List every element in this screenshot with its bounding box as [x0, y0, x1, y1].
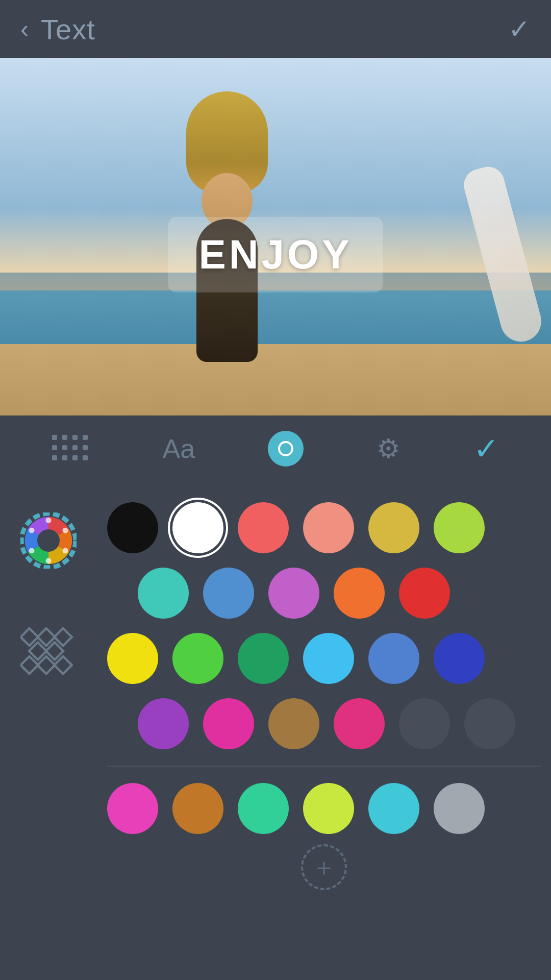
- color-swatch-red[interactable]: [399, 568, 450, 619]
- page-title: Text: [41, 13, 95, 46]
- color-grid: [107, 502, 541, 834]
- text-overlay-box[interactable]: ENJOY: [168, 217, 383, 292]
- back-icon[interactable]: ‹: [20, 17, 29, 41]
- color-swatch-deep-pink[interactable]: [334, 698, 385, 749]
- color-swatch-mint[interactable]: [238, 783, 289, 834]
- keyboard-button[interactable]: [52, 435, 90, 462]
- color-swatch-salmon[interactable]: [303, 502, 354, 553]
- color-row-1: [107, 502, 541, 553]
- color-swatch-sky[interactable]: [303, 633, 354, 684]
- color-swatch-teal[interactable]: [138, 568, 189, 619]
- confirm-button[interactable]: ✓: [473, 431, 499, 467]
- color-button[interactable]: [268, 431, 304, 467]
- color-row-3: [107, 633, 541, 684]
- gear-icon: ⚙: [377, 433, 400, 464]
- color-swatch-light-cyan[interactable]: [368, 783, 419, 834]
- color-swatch-lime[interactable]: [434, 502, 485, 553]
- color-swatch-orange[interactable]: [334, 568, 385, 619]
- color-swatch-orange-brown[interactable]: [172, 783, 223, 834]
- keyboard-icon: [52, 435, 90, 462]
- color-swatch-magenta[interactable]: [268, 568, 319, 619]
- color-circle-icon: [268, 431, 304, 467]
- overlay-text: ENJOY: [198, 232, 352, 277]
- color-swatch-yellow-green[interactable]: [303, 783, 354, 834]
- color-swatch-placeholder-1: [399, 698, 450, 749]
- color-row-5: [107, 783, 541, 834]
- color-wheel-icon[interactable]: [20, 512, 77, 569]
- svg-point-2: [46, 518, 52, 523]
- header-confirm-icon[interactable]: ✓: [508, 14, 531, 44]
- svg-point-3: [63, 528, 68, 533]
- color-row-2: [107, 568, 541, 619]
- svg-point-6: [29, 548, 35, 553]
- color-swatch-cornflower[interactable]: [203, 568, 254, 619]
- color-row-4: [107, 698, 541, 749]
- panel-divider: [107, 766, 541, 767]
- font-icon: Aa: [163, 433, 195, 464]
- color-panel-left: [0, 502, 97, 890]
- header-bar: ‹ Text ✓: [0, 0, 551, 58]
- color-swatch-black[interactable]: [107, 502, 158, 553]
- color-swatch-blue[interactable]: [368, 633, 419, 684]
- font-button[interactable]: Aa: [163, 433, 195, 464]
- color-panel: ＋: [0, 482, 551, 911]
- add-color-button[interactable]: ＋: [301, 844, 347, 890]
- check-icon: ✓: [473, 431, 499, 467]
- settings-button[interactable]: ⚙: [377, 433, 400, 464]
- color-swatch-light-gray[interactable]: [434, 783, 485, 834]
- color-swatch-yellow[interactable]: [107, 633, 158, 684]
- color-circle-inner: [278, 441, 293, 456]
- color-swatch-yellow-warm[interactable]: [368, 502, 419, 553]
- svg-point-7: [29, 528, 35, 533]
- color-swatch-placeholder-2: [464, 698, 515, 749]
- svg-point-4: [63, 548, 68, 553]
- color-swatch-emerald[interactable]: [238, 633, 289, 684]
- pattern-icon[interactable]: [20, 620, 77, 676]
- svg-point-5: [46, 558, 52, 564]
- add-color-area: ＋: [107, 844, 541, 890]
- color-swatch-purple[interactable]: [138, 698, 189, 749]
- header-left: ‹ Text: [20, 13, 95, 46]
- color-swatch-coral[interactable]: [238, 502, 289, 553]
- color-swatches-area: ＋: [97, 502, 551, 890]
- color-swatch-white[interactable]: [172, 502, 223, 553]
- color-swatch-green[interactable]: [172, 633, 223, 684]
- toolbar: Aa ⚙ ✓: [0, 415, 551, 482]
- image-canvas: ENJOY: [0, 58, 551, 415]
- color-swatch-bright-pink[interactable]: [107, 783, 158, 834]
- color-swatch-hot-pink[interactable]: [203, 698, 254, 749]
- color-swatch-dark-blue[interactable]: [434, 633, 485, 684]
- color-swatch-brown[interactable]: [268, 698, 319, 749]
- svg-point-1: [37, 529, 60, 552]
